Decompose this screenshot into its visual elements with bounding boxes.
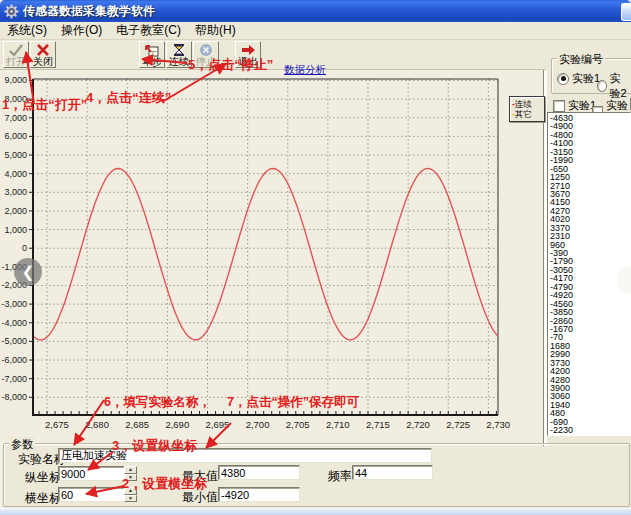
svg-text:2,705: 2,705 [286,419,310,430]
y-axis-input[interactable] [58,466,126,481]
close-button[interactable]: 关闭 [30,41,56,68]
annotation-step3: 3，设置纵坐标 [112,437,197,455]
window-bottom-edge [0,508,631,515]
window-left-edge [0,443,2,508]
experiment-number-label: 实验编号 [557,52,605,67]
svg-text:6,000: 6,000 [4,131,27,141]
annotation-step4: 4，点击“连续” [86,89,171,107]
radio-icon [597,80,607,92]
svg-text:2,710: 2,710 [326,419,350,430]
svg-text:2,000: 2,000 [4,206,27,216]
chart-axis-labels: -8,000-7,000-6,000-5,000-4,000-3,000-2,0… [1,75,510,430]
annotation-step6-7: 6，填写实验名称， 7，点击“操作”保存即可 [104,394,359,411]
svg-text:2,690: 2,690 [165,419,189,430]
svg-text:2,725: 2,725 [446,419,470,430]
legend-item-continuous: -连续 [512,99,543,109]
svg-text:2,715: 2,715 [366,419,390,430]
svg-text:2,695: 2,695 [206,419,230,430]
svg-text:7,000: 7,000 [4,113,27,123]
annotation-step1: 1，点击“打开” [2,96,87,114]
svg-text:-8,000: -8,000 [1,392,27,402]
radio-experiment-2[interactable]: 实验2 [597,71,631,101]
svg-text:2,675: 2,675 [45,419,69,430]
window-title: 传感器数据采集教学软件 [23,3,155,20]
list-item[interactable]: -2230 [550,426,630,434]
svg-text:-6,000: -6,000 [1,355,27,365]
svg-text:2,720: 2,720 [406,419,430,430]
svg-text:3,000: 3,000 [4,187,27,197]
waveform-chart-panel: -8,000-7,000-6,000-5,000-4,000-3,000-2,0… [0,70,543,446]
waveform-curve [34,169,497,340]
svg-text:1,000: 1,000 [4,225,27,235]
window-control-button-partial[interactable] [621,3,631,21]
params-group-label: 参数 [9,437,35,452]
chart-legend: -连续 -其它 [509,96,545,122]
stop-icon [198,43,214,57]
min-value-input[interactable] [218,487,300,502]
open-button[interactable]: 打开 [3,41,29,68]
chart-gridlines [33,79,498,415]
annotation-step2: 2，设置横坐标 [122,475,207,493]
x-axis-label: 横坐标 [25,490,61,507]
y-axis-label: 纵坐标 [25,469,61,486]
y-axis-spin-up[interactable]: ▲ [124,466,137,474]
title-bar: 传感器数据采集教学软件 [0,0,631,22]
app-gear-icon [4,4,19,19]
chart-axes [32,79,498,416]
frequency-input[interactable] [352,465,433,480]
svg-text:2,730: 2,730 [486,419,510,430]
menu-operate[interactable]: 操作(O) [54,21,109,40]
radio-icon [557,73,569,85]
x-axis-spin-down[interactable]: ▼ [124,495,137,503]
svg-text:2,680: 2,680 [85,419,109,430]
svg-text:9,000: 9,000 [4,75,27,85]
svg-text:2,700: 2,700 [246,419,270,430]
radio-experiment-1[interactable]: 实验1 [557,71,600,86]
waveform-chart: -8,000-7,000-6,000-5,000-4,000-3,000-2,0… [0,70,543,446]
hourglass-icon [171,43,187,57]
single-step-icon [144,43,160,57]
exit-arrow-icon [240,43,256,57]
single-step-button[interactable]: 单步 [139,41,165,68]
checkbox-icon [553,100,565,112]
carousel-left-overlay[interactable]: ❮ [14,258,42,286]
menu-classroom[interactable]: 电子教室(C) [109,21,188,40]
menu-bar: 系统(S) 操作(O) 电子教室(C) 帮助(H) [0,22,631,40]
menu-help[interactable]: 帮助(H) [188,21,243,40]
svg-text:4,000: 4,000 [4,169,27,179]
svg-text:0: 0 [22,243,27,253]
close-x-icon [35,43,51,57]
application-window: { "window": { "title": "传感器数据采集教学软件" }, … [0,0,631,515]
frequency-label: 频率 [328,468,352,485]
svg-text:-5,000: -5,000 [1,336,27,346]
x-axis-input[interactable] [58,487,126,502]
annotation-step5: 5，点击“停止” [188,56,273,74]
open-check-icon [8,43,24,57]
max-value-input[interactable] [218,465,300,480]
checkbox-experiment-1[interactable]: 实验1 [553,98,596,113]
annotation-data-analysis[interactable]: 数据分析 [284,63,326,77]
svg-text:5,000: 5,000 [4,150,27,160]
svg-text:-3,000: -3,000 [1,299,27,309]
svg-text:-4,000: -4,000 [1,318,27,328]
menu-system[interactable]: 系统(S) [0,21,54,40]
svg-text:-7,000: -7,000 [1,374,27,384]
legend-item-other: -其它 [512,109,543,119]
svg-text:2,685: 2,685 [125,419,149,430]
